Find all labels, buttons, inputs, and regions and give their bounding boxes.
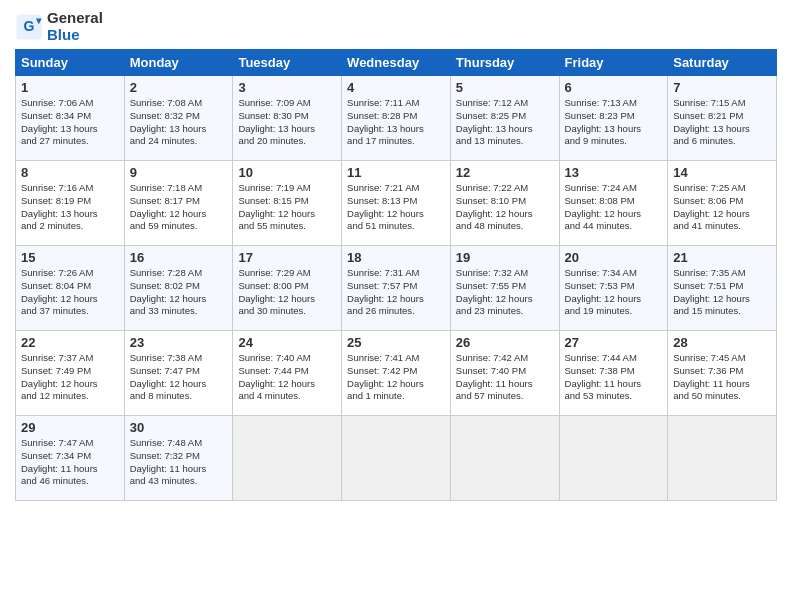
day-info: Sunrise: 7:41 AM: [347, 352, 445, 365]
calendar-cell: [342, 416, 451, 501]
day-number: 27: [565, 335, 663, 350]
day-info: Daylight: 12 hours: [673, 208, 771, 221]
day-info: Daylight: 13 hours: [21, 123, 119, 136]
calendar-week-4: 22Sunrise: 7:37 AMSunset: 7:49 PMDayligh…: [16, 331, 777, 416]
day-info: Sunset: 8:02 PM: [130, 280, 228, 293]
day-info: Sunrise: 7:34 AM: [565, 267, 663, 280]
day-info: Daylight: 12 hours: [565, 293, 663, 306]
day-info: and 37 minutes.: [21, 305, 119, 318]
day-number: 25: [347, 335, 445, 350]
day-info: Sunrise: 7:45 AM: [673, 352, 771, 365]
day-info: Sunrise: 7:44 AM: [565, 352, 663, 365]
day-info: Sunrise: 7:06 AM: [21, 97, 119, 110]
calendar-cell: 13Sunrise: 7:24 AMSunset: 8:08 PMDayligh…: [559, 161, 668, 246]
day-info: Daylight: 12 hours: [347, 378, 445, 391]
day-number: 29: [21, 420, 119, 435]
day-info: Sunset: 7:44 PM: [238, 365, 336, 378]
day-number: 30: [130, 420, 228, 435]
day-info: Sunrise: 7:29 AM: [238, 267, 336, 280]
day-info: and 30 minutes.: [238, 305, 336, 318]
day-info: Daylight: 12 hours: [347, 208, 445, 221]
day-info: Sunrise: 7:48 AM: [130, 437, 228, 450]
day-number: 21: [673, 250, 771, 265]
calendar-cell: 16Sunrise: 7:28 AMSunset: 8:02 PMDayligh…: [124, 246, 233, 331]
day-info: and 19 minutes.: [565, 305, 663, 318]
calendar-cell: 8Sunrise: 7:16 AMSunset: 8:19 PMDaylight…: [16, 161, 125, 246]
day-info: and 57 minutes.: [456, 390, 554, 403]
day-number: 23: [130, 335, 228, 350]
day-info: Sunrise: 7:26 AM: [21, 267, 119, 280]
calendar-cell: 18Sunrise: 7:31 AMSunset: 7:57 PMDayligh…: [342, 246, 451, 331]
day-info: Sunrise: 7:16 AM: [21, 182, 119, 195]
day-info: Sunrise: 7:37 AM: [21, 352, 119, 365]
day-info: and 51 minutes.: [347, 220, 445, 233]
calendar-cell: 29Sunrise: 7:47 AMSunset: 7:34 PMDayligh…: [16, 416, 125, 501]
day-number: 26: [456, 335, 554, 350]
day-info: Sunset: 7:40 PM: [456, 365, 554, 378]
day-number: 28: [673, 335, 771, 350]
day-info: Sunrise: 7:31 AM: [347, 267, 445, 280]
svg-text:G: G: [24, 18, 35, 34]
day-info: Daylight: 13 hours: [565, 123, 663, 136]
day-number: 3: [238, 80, 336, 95]
day-info: Sunrise: 7:35 AM: [673, 267, 771, 280]
day-info: Sunset: 8:34 PM: [21, 110, 119, 123]
day-number: 15: [21, 250, 119, 265]
day-info: Sunrise: 7:18 AM: [130, 182, 228, 195]
day-header-saturday: Saturday: [668, 50, 777, 76]
day-header-friday: Friday: [559, 50, 668, 76]
day-number: 19: [456, 250, 554, 265]
day-info: Sunset: 7:53 PM: [565, 280, 663, 293]
day-info: and 55 minutes.: [238, 220, 336, 233]
calendar-cell: [450, 416, 559, 501]
day-info: and 44 minutes.: [565, 220, 663, 233]
calendar-cell: 19Sunrise: 7:32 AMSunset: 7:55 PMDayligh…: [450, 246, 559, 331]
day-header-thursday: Thursday: [450, 50, 559, 76]
day-info: Daylight: 11 hours: [130, 463, 228, 476]
day-info: Sunset: 8:06 PM: [673, 195, 771, 208]
day-info: and 15 minutes.: [673, 305, 771, 318]
day-info: Sunrise: 7:21 AM: [347, 182, 445, 195]
day-info: Daylight: 12 hours: [456, 208, 554, 221]
day-info: Daylight: 12 hours: [347, 293, 445, 306]
day-info: and 50 minutes.: [673, 390, 771, 403]
day-number: 24: [238, 335, 336, 350]
day-info: and 9 minutes.: [565, 135, 663, 148]
calendar-cell: 3Sunrise: 7:09 AMSunset: 8:30 PMDaylight…: [233, 76, 342, 161]
calendar-week-5: 29Sunrise: 7:47 AMSunset: 7:34 PMDayligh…: [16, 416, 777, 501]
day-info: Sunset: 8:08 PM: [565, 195, 663, 208]
day-info: Sunset: 7:34 PM: [21, 450, 119, 463]
day-info: Sunrise: 7:15 AM: [673, 97, 771, 110]
calendar-cell: 20Sunrise: 7:34 AMSunset: 7:53 PMDayligh…: [559, 246, 668, 331]
day-header-sunday: Sunday: [16, 50, 125, 76]
day-info: Daylight: 12 hours: [21, 293, 119, 306]
calendar-cell: 9Sunrise: 7:18 AMSunset: 8:17 PMDaylight…: [124, 161, 233, 246]
day-info: and 26 minutes.: [347, 305, 445, 318]
day-info: and 43 minutes.: [130, 475, 228, 488]
calendar-week-1: 1Sunrise: 7:06 AMSunset: 8:34 PMDaylight…: [16, 76, 777, 161]
logo-icon: G: [15, 13, 43, 41]
day-info: and 23 minutes.: [456, 305, 554, 318]
day-number: 1: [21, 80, 119, 95]
day-header-wednesday: Wednesday: [342, 50, 451, 76]
day-info: Daylight: 11 hours: [21, 463, 119, 476]
calendar-cell: 24Sunrise: 7:40 AMSunset: 7:44 PMDayligh…: [233, 331, 342, 416]
day-info: Sunset: 8:13 PM: [347, 195, 445, 208]
calendar-cell: 1Sunrise: 7:06 AMSunset: 8:34 PMDaylight…: [16, 76, 125, 161]
calendar-cell: [668, 416, 777, 501]
calendar-cell: 23Sunrise: 7:38 AMSunset: 7:47 PMDayligh…: [124, 331, 233, 416]
day-info: Daylight: 13 hours: [238, 123, 336, 136]
day-info: Sunset: 8:00 PM: [238, 280, 336, 293]
calendar-cell: 11Sunrise: 7:21 AMSunset: 8:13 PMDayligh…: [342, 161, 451, 246]
day-number: 12: [456, 165, 554, 180]
logo: G General Blue: [15, 10, 103, 43]
calendar-cell: 5Sunrise: 7:12 AMSunset: 8:25 PMDaylight…: [450, 76, 559, 161]
day-info: Sunrise: 7:38 AM: [130, 352, 228, 365]
day-info: Daylight: 12 hours: [673, 293, 771, 306]
calendar-body: 1Sunrise: 7:06 AMSunset: 8:34 PMDaylight…: [16, 76, 777, 501]
day-number: 6: [565, 80, 663, 95]
day-info: Sunset: 7:32 PM: [130, 450, 228, 463]
day-info: and 33 minutes.: [130, 305, 228, 318]
day-info: Daylight: 13 hours: [673, 123, 771, 136]
day-info: Sunset: 8:23 PM: [565, 110, 663, 123]
